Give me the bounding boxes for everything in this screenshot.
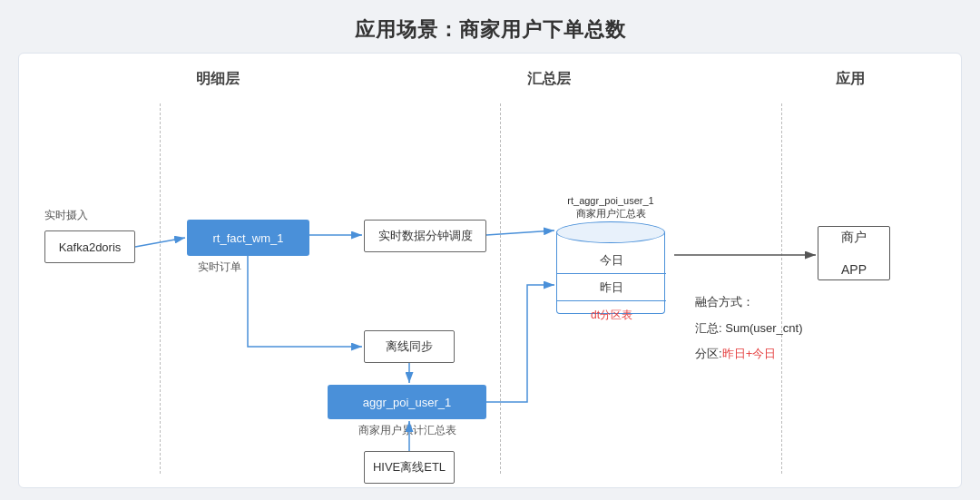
diagram-area: 明细层 汇总层 应用 实时摄入 Kafka2doris rt_fact_wm_1… (18, 53, 962, 488)
shishi-box: 实时数据分钟调度 (364, 220, 486, 252)
cylinder-top-label: rt_aggr_poi_user_1 商家用户汇总表 (547, 194, 674, 221)
cylinder-body: 今日 昨日 dt分区表 (556, 232, 665, 314)
intake-label: 实时摄入 (44, 208, 88, 223)
fusion-partition: 分区:昨日+今日 (695, 341, 802, 368)
aggr-sublabel: 商家用户累计汇总表 (328, 423, 486, 438)
fusion-info: 融合方式： 汇总: Sum(user_cnt) 分区:昨日+今日 (695, 289, 802, 368)
main-container: 应用场景：商家用户下单总数 明细层 汇总层 应用 实时摄入 Kafka2dori… (0, 0, 980, 500)
merchant-box: 商户 APP (818, 226, 890, 280)
kafka-box: Kafka2doris (44, 230, 135, 263)
page-title: 应用场景：商家用户下单总数 (0, 0, 980, 44)
divider-1 (160, 103, 161, 474)
fusion-label: 融合方式： (695, 289, 802, 316)
section-label-yingyong: 应用 (836, 70, 865, 89)
aggr-box: aggr_poi_user_1 (328, 385, 486, 419)
divider-3 (781, 103, 782, 474)
section-label-huizong: 汇总层 (527, 70, 571, 89)
section-label-mingxi: 明细层 (196, 70, 240, 89)
cylinder-row-today: 今日 (557, 247, 666, 274)
cylinder-top-ellipse (556, 221, 665, 243)
cylinder-wrap: rt_aggr_poi_user_1 商家用户汇总表 今日 昨日 dt分区表 (547, 194, 674, 326)
rt-fact-sublabel: 实时订单 (198, 260, 241, 275)
cylinder-row-dt: dt分区表 (557, 301, 666, 328)
hive-box: HIVE离线ETL (364, 451, 455, 484)
divider-2 (500, 103, 501, 474)
cylinder-row-yesterday: 昨日 (557, 274, 666, 301)
svg-line-4 (486, 230, 554, 235)
lixian-box: 离线同步 (364, 330, 455, 363)
fusion-summary: 汇总: Sum(user_cnt) (695, 316, 802, 342)
rt-fact-box: rt_fact_wm_1 (187, 220, 309, 256)
cylinder: 今日 昨日 dt分区表 (556, 221, 665, 321)
